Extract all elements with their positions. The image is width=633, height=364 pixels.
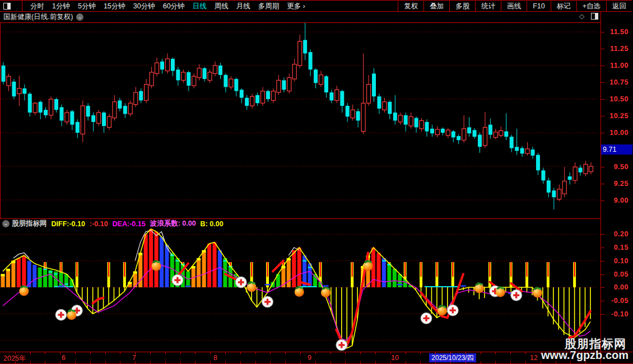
indicator-axis-label: 0.15 (614, 244, 629, 251)
panel-split-icon[interactable] (591, 13, 598, 20)
timeframe-toolbar: 分时1分钟5分钟15分钟30分钟60分钟日线周线月线多周期更多 › (0, 1, 305, 11)
tab-30min[interactable]: 30分钟 (133, 1, 155, 11)
time-axis-tick (466, 361, 466, 363)
tab-more[interactable]: 更多 › (287, 1, 305, 11)
price-axis-tick (601, 99, 604, 100)
main-chart-canvas[interactable] (1, 23, 601, 218)
price-axis-label: 11.00 (610, 62, 629, 69)
diamond-icon[interactable]: ◇ (579, 12, 584, 20)
price-axis-tick (601, 167, 604, 167)
price-axis-tick (601, 184, 604, 184)
page-title: 国新健康(日线.前复权) (0, 12, 73, 22)
time-axis-tick (420, 361, 421, 363)
price-axis-label: 9.00 (614, 197, 629, 204)
price-axis-label: 11.25 (610, 45, 629, 53)
time-axis-tick (165, 361, 166, 363)
time-axis-tick (195, 361, 196, 363)
button-add-watchlist[interactable]: +自选 (576, 1, 606, 11)
button-stats[interactable]: 统计 (475, 1, 501, 11)
time-axis-tick (360, 361, 361, 363)
time-axis-tick (150, 352, 151, 354)
indicator-header: ⌄ 股朋指标网 DIFF:-0.10:-0.10DEA:-0.15波浪系数: 0… (0, 218, 601, 228)
indicator-axis-label: 0.00 (614, 283, 629, 291)
last-price-tag: 9.71 (601, 144, 632, 155)
tab-5min[interactable]: 5分钟 (78, 1, 96, 11)
time-axis-tick (481, 361, 481, 363)
time-axis-tick (390, 361, 391, 363)
main-candlestick-chart[interactable] (0, 22, 601, 218)
price-axis-label: 10.00 (609, 129, 629, 137)
chevron-down-icon[interactable]: ⌄ (76, 13, 83, 21)
time-axis-tick (45, 361, 45, 363)
orange-ball-signal-icon (437, 304, 447, 315)
cross-signal-icon (262, 296, 273, 307)
time-axis-tick (225, 352, 226, 354)
time-axis-tick (420, 352, 421, 354)
time-axis-tick (255, 352, 256, 354)
tab-daily[interactable]: 日线 (193, 1, 207, 11)
price-axis-tick (601, 133, 604, 133)
watermark-line2: www.7gpzb.com (541, 349, 629, 362)
button-f10[interactable]: F10 (527, 1, 551, 11)
tab-1min[interactable]: 1分钟 (52, 1, 70, 11)
tab-weekly[interactable]: 周线 (215, 1, 229, 11)
indicator-axis-label: 0.10 (614, 257, 629, 265)
button-draw[interactable]: 画线 (501, 1, 527, 11)
time-axis-tick (525, 352, 526, 354)
cross-signal-icon (55, 309, 67, 320)
cross-signal-icon (235, 277, 246, 288)
indicator-collapse-icon[interactable]: ⌄ (2, 220, 10, 227)
time-axis-label: 6 (62, 354, 66, 362)
tab-realtime[interactable]: 分时 (30, 1, 44, 11)
price-axis-label: 9.25 (614, 180, 629, 188)
time-axis-tick (390, 352, 391, 354)
time-axis-tick (466, 352, 466, 354)
time-axis-tick (331, 361, 331, 363)
indicator-source-label: 股朋指标网 (12, 219, 47, 228)
time-axis-tick (360, 352, 361, 354)
tab-monthly[interactable]: 月线 (236, 1, 250, 11)
time-axis-label: 10 (391, 354, 399, 362)
button-multi-stock[interactable]: 多股 (449, 1, 475, 11)
tab-15min[interactable]: 15分钟 (104, 1, 125, 11)
time-axis-tick (375, 352, 376, 354)
button-back[interactable]: 返回 (606, 1, 632, 11)
tab-multi-period[interactable]: 多周期 (258, 1, 280, 11)
button-adjust[interactable]: 复权 (398, 1, 423, 11)
time-axis-tick (300, 352, 301, 354)
magenta-slow-line (3, 263, 590, 340)
indicator-axis-tick (601, 314, 604, 315)
button-overlay[interactable]: 叠加 (423, 1, 449, 11)
time-axis-tick (75, 361, 76, 363)
indicator-value-1: :-0.10 (90, 220, 108, 228)
button-mark[interactable]: 标记 (551, 1, 576, 11)
tab-60min[interactable]: 60分钟 (163, 1, 185, 11)
time-axis-tick (60, 361, 60, 363)
time-axis-tick (120, 361, 120, 363)
time-axis-tick (345, 352, 346, 354)
orange-ball-signal-icon (474, 282, 484, 293)
layout-split-icon[interactable] (3, 3, 11, 10)
time-axis-tick (180, 361, 181, 363)
price-axis-label: 11.50 (610, 28, 629, 36)
time-axis-label: 8 (213, 354, 217, 362)
time-axis-tick (481, 352, 481, 354)
time-axis-tick (240, 361, 241, 363)
time-axis-tick (270, 352, 271, 354)
indicator-axis-tick (601, 274, 604, 275)
cross-signal-icon (421, 312, 432, 324)
price-axis: 11.5011.2511.0010.7510.5010.2510.009.509… (601, 11, 633, 364)
indicator-axis-label: -0.05 (611, 297, 629, 305)
time-axis-tick (135, 352, 136, 354)
time-axis-label: 7 (132, 354, 136, 362)
time-axis-tick (450, 352, 451, 354)
indicator-panel[interactable] (0, 228, 601, 352)
indicator-value-2: DEA:-0.15 (113, 220, 146, 228)
time-axis-tick (180, 352, 181, 354)
price-axis-tick (601, 49, 604, 49)
time-axis-tick (195, 352, 196, 354)
time-axis-tick (495, 361, 496, 363)
indicator-canvas[interactable] (0, 228, 601, 352)
time-axis-tick (60, 352, 60, 354)
price-axis-label: 10.75 (609, 78, 629, 86)
